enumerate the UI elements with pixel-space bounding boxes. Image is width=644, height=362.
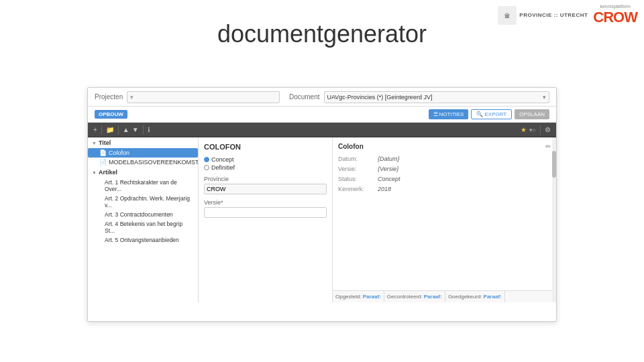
approval-gecontroleerd: Gecontroleerd: Paraaf: [384,291,445,302]
tree-item-colofon[interactable]: 📄 Colofon [88,148,198,158]
gecontroleerd-label: Gecontroleerd: [387,294,423,300]
kenmerk-label: Kenmerk: [338,186,375,192]
datum-label: Datum: [338,156,375,162]
filter-text: ▾○ [529,127,536,133]
kenmerk-value: 2018 [378,186,391,192]
gecontroleerd-value: Paraaf: [424,294,442,300]
colofon-title: COLOFON [204,143,327,151]
detail-datum: Datum: {Datum} [338,156,551,162]
tree-item-art4[interactable]: Art. 4 Betekenis van het begrip St... [88,219,198,235]
status-radio-group: Concept Definitief [204,156,327,171]
provincie-input[interactable] [204,184,327,194]
projecten-select[interactable]: ▾ [127,91,280,103]
province-emblem-icon: 🏛 [498,6,517,25]
versie-group: Versie* [204,199,327,218]
versie-detail-value: {Versie} [378,166,398,172]
toolbar-separator-3 [143,125,144,135]
tree-artikel-row: ▼ Artikel [88,167,198,178]
middle-pane: COLOFON Concept Definitief Provincie [199,137,333,302]
status-group: Concept Definitief [204,156,327,171]
radio-definitief-dot [204,165,209,170]
radio-concept-label: Concept [211,156,234,163]
scrollbar-thumb[interactable] [552,151,556,178]
arrow-up-icon[interactable]: ▲ [123,126,129,133]
list-icon: ☰ [433,111,438,117]
right-pane-header: Colofon ✏ [338,143,551,150]
main-content: ▼ Titel 📄 Colofon 📄 MODELBASISOVEREENKOM… [88,137,556,302]
search-icon: 🔍 [476,111,483,117]
arrow-down-icon[interactable]: ▼ [132,126,139,133]
top-bar: Projecten ▾ Document UAVgc-Provincies (*… [88,88,556,107]
province-text: PROVINCIE :: UTRECHT [519,12,588,18]
tree-item-art5[interactable]: Art. 5 Ontvangstenaanbieden [88,235,198,245]
radio-definitief-label: Definitief [211,164,235,171]
tree-folder-model-icon: 📄 [99,159,107,166]
approval-goedgekeurd: Goedgekeurd: Paraaf: [445,291,505,302]
toolbar-separator [101,125,102,135]
province-logo: 🏛 PROVINCIE :: UTRECHT [498,6,588,25]
tree-item-model[interactable]: 📄 MODELBASISOVEREENKOMST [88,158,198,167]
versie-detail-label: Versie: [338,166,375,172]
gear-icon[interactable]: ⚙ [545,126,551,133]
tree-artikel-label: Artikel [99,169,117,176]
crow-subtitle: kennisplatform [593,4,637,9]
radio-concept-dot [204,157,209,162]
crow-brand: CROW [593,9,637,26]
tree-item-model-label: MODELBASISOVEREENKOMST [109,159,199,166]
add-icon[interactable]: + [93,126,97,133]
goedgekeurd-value: Paraaf: [484,294,502,300]
radio-concept[interactable]: Concept [204,156,327,163]
action-bar: OPBOUW ☰ NOTITIES 🔍 EXPORT OPSLAAN [88,107,556,123]
tree-item-colofon-label: Colofon [109,149,129,156]
projecten-label: Projecten [95,93,123,101]
approval-opgesteld: Opgesteld: Paraaf: [333,291,384,302]
document-value[interactable]: UAVgc-Provincies (*) [Geintegreerd JV] ▾ [324,91,550,103]
tree-chevron-artikel: ▼ [92,170,97,175]
status-detail-value: Concept [378,176,400,182]
tree-item-art3[interactable]: Art. 3 Contractdocumenten [88,210,198,219]
tree-folder-colofon-icon: 📄 [99,149,107,156]
tree-art1-label: Art. 1 Rechtskarakter van de Over... [105,179,194,192]
export-button[interactable]: 🔍 EXPORT [471,109,512,119]
action-buttons: ☰ NOTITIES 🔍 EXPORT OPSLAAN [429,109,549,119]
versie-input[interactable] [204,207,327,218]
header-logos: 🏛 PROVINCIE :: UTRECHT kennisplatform CR… [491,0,644,30]
goedgekeurd-label: Goedgekeurd: [448,294,482,300]
opslaan-label: OPSLAAN [519,111,545,117]
toolbar: + 📁 ▲ ▼ ℹ ★ ▾○ ⚙ [88,123,556,137]
document-value-text: UAVgc-Provincies (*) [Geintegreerd JV] [327,94,433,101]
info-icon[interactable]: ℹ [148,126,150,133]
edit-icon[interactable]: ✏ [545,143,551,150]
tree-art3-label: Art. 3 Contractdocumenten [105,211,173,218]
notities-button[interactable]: ☰ NOTITIES [429,109,469,119]
toolbar-right: ★ ▾○ ⚙ [521,125,551,135]
left-pane: ▼ Titel 📄 Colofon 📄 MODELBASISOVEREENKOM… [88,137,199,302]
star-icon[interactable]: ★ [521,126,527,133]
right-pane-title: Colofon [338,143,364,150]
versie-label: Versie* [204,199,327,206]
tree-art2-label: Art. 2 Opdrachtn. Werk. Meerjarig v... [105,195,194,208]
toolbar-separator-2 [118,125,119,135]
projecten-placeholder: ▾ [130,94,133,101]
document-label: Document [289,93,320,101]
detail-kenmerk: Kenmerk: 2018 [338,186,551,192]
opgesteld-label: Opgesteld: [335,294,362,300]
app-mockup: Projecten ▾ Document UAVgc-Provincies (*… [87,87,557,322]
tree-item-art1[interactable]: Art. 1 Rechtskarakter van de Over... [88,178,198,194]
right-pane: Colofon ✏ Datum: {Datum} Versie: {Versie… [333,137,556,302]
document-chevron-icon: ▾ [543,94,546,101]
datum-value: {Datum} [378,156,400,162]
folder-icon[interactable]: 📁 [106,126,114,133]
radio-definitief[interactable]: Definitief [204,164,327,171]
tree-chevron-titel: ▼ [92,141,97,145]
tree-titel-label: Titel [99,139,111,146]
notities-label: NOTITIES [439,111,464,117]
toolbar-separator-4 [540,125,541,135]
opbouw-badge: OPBOUW [95,110,127,119]
opslaan-button[interactable]: OPSLAAN [515,109,549,119]
tree-art5-label: Art. 5 Ontvangstenaanbieden [105,237,179,243]
tree-item-art2[interactable]: Art. 2 Opdrachtn. Werk. Meerjarig v... [88,194,198,210]
provincie-label: Provincie [204,176,327,182]
scrollbar-track[interactable] [552,137,556,302]
crow-logo: kennisplatform CROW [593,4,637,26]
